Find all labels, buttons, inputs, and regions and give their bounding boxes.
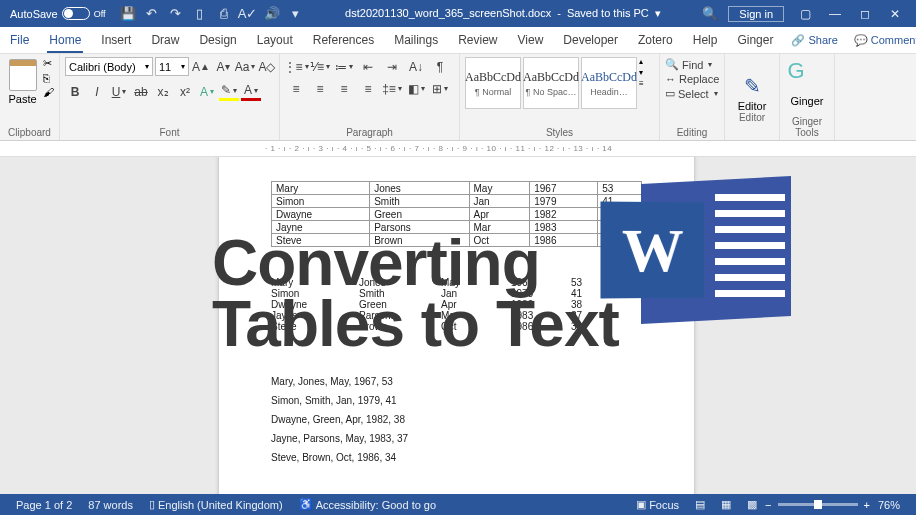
zoom-out-icon[interactable]: − bbox=[765, 499, 771, 511]
paste-button[interactable]: Paste bbox=[5, 57, 40, 105]
subscript-button[interactable]: x₂ bbox=[153, 82, 173, 101]
justify-icon[interactable]: ≡ bbox=[357, 79, 379, 98]
tab-file[interactable]: File bbox=[0, 27, 39, 53]
tab-developer[interactable]: Developer bbox=[553, 27, 628, 53]
sort-icon[interactable]: A↓ bbox=[405, 57, 427, 76]
increase-indent-icon[interactable]: ⇥ bbox=[381, 57, 403, 76]
language-status[interactable]: ▯ English (United Kingdom) bbox=[141, 498, 291, 511]
ruler[interactable]: · 1 · ı · 2 · ı · 3 · ı · 4 · ı · 5 · ı … bbox=[0, 141, 916, 157]
font-name-select[interactable]: Calibri (Body)▾ bbox=[65, 57, 153, 76]
clear-format-icon[interactable]: A◇ bbox=[257, 57, 277, 76]
autosave-toggle[interactable]: AutoSave Off bbox=[6, 7, 110, 20]
redo-icon[interactable]: ↷ bbox=[168, 6, 184, 22]
tab-ginger[interactable]: Ginger bbox=[727, 27, 783, 53]
format-painter-icon[interactable]: 🖌 bbox=[43, 86, 54, 98]
multilevel-icon[interactable]: ≔▾ bbox=[333, 57, 355, 76]
tab-insert[interactable]: Insert bbox=[91, 27, 141, 53]
minimize-icon[interactable]: — bbox=[820, 0, 850, 27]
comments-button[interactable]: 💬 Comments bbox=[846, 34, 916, 47]
tab-review[interactable]: Review bbox=[448, 27, 507, 53]
find-button[interactable]: 🔍 Find▾ bbox=[665, 57, 712, 72]
tab-draw[interactable]: Draw bbox=[141, 27, 189, 53]
quick-access-toolbar: 💾 ↶ ↷ ▯ ⎙ A✓ 🔊 ▾ bbox=[120, 6, 304, 22]
bold-button[interactable]: B bbox=[65, 82, 85, 101]
new-icon[interactable]: ▯ bbox=[192, 6, 208, 22]
align-right-icon[interactable]: ≡ bbox=[333, 79, 355, 98]
group-ginger: G Ginger Ginger Tools bbox=[780, 54, 835, 140]
word-count[interactable]: 87 words bbox=[80, 499, 141, 511]
change-case-icon[interactable]: Aa▾ bbox=[235, 57, 255, 76]
tab-design[interactable]: Design bbox=[189, 27, 246, 53]
table-row: SimonSmithJan197941 bbox=[272, 195, 642, 208]
ribbon-display-icon[interactable]: ▢ bbox=[790, 0, 820, 27]
shading-icon[interactable]: ◧▾ bbox=[405, 79, 427, 98]
page-count[interactable]: Page 1 of 2 bbox=[8, 499, 80, 511]
line-spacing-icon[interactable]: ‡≡▾ bbox=[381, 79, 403, 98]
font-color-icon[interactable]: A▾ bbox=[241, 82, 261, 101]
styles-more-icon[interactable]: ≡ bbox=[639, 79, 651, 88]
comma-separated-text[interactable]: Mary, Jones, May, 1967, 53 Simon, Smith,… bbox=[271, 372, 642, 467]
spell-icon[interactable]: A✓ bbox=[240, 6, 256, 22]
table-row: MaryJonesMay196753 bbox=[272, 182, 642, 195]
window-title: dst20201130_word_365_screenShot.docx-Sav… bbox=[304, 7, 703, 20]
font-size-select[interactable]: 11▾ bbox=[155, 57, 189, 76]
tab-home[interactable]: Home bbox=[39, 27, 91, 53]
group-styles: AaBbCcDd¶ Normal AaBbCcDd¶ No Spac… AaBb… bbox=[460, 54, 660, 140]
cut-icon[interactable]: ✂ bbox=[43, 57, 54, 70]
sign-in-button[interactable]: Sign in bbox=[728, 6, 784, 22]
status-bar: Page 1 of 2 87 words ▯ English (United K… bbox=[0, 494, 916, 515]
underline-button[interactable]: U▾ bbox=[109, 82, 129, 101]
tab-references[interactable]: References bbox=[303, 27, 384, 53]
focus-mode-button[interactable]: ▣ Focus bbox=[628, 498, 687, 511]
table-row: DwayneGreenApr198238 bbox=[272, 208, 642, 221]
styles-up-icon[interactable]: ▴ bbox=[639, 57, 651, 66]
tab-mailings[interactable]: Mailings bbox=[384, 27, 448, 53]
tab-zotero[interactable]: Zotero bbox=[628, 27, 683, 53]
ribbon-tabs: File Home Insert Draw Design Layout Refe… bbox=[0, 27, 916, 54]
decrease-indent-icon[interactable]: ⇤ bbox=[357, 57, 379, 76]
maximize-icon[interactable]: ◻ bbox=[850, 0, 880, 27]
copy-icon[interactable]: ⎘ bbox=[43, 72, 54, 84]
overlay-title: Converting Tables to Text bbox=[212, 233, 619, 355]
view-web-icon[interactable]: ▩ bbox=[739, 498, 765, 511]
close-icon[interactable]: ✕ bbox=[880, 0, 910, 27]
tab-help[interactable]: Help bbox=[683, 27, 728, 53]
show-marks-icon[interactable]: ¶ bbox=[429, 57, 451, 76]
numbering-icon[interactable]: ⅟≡▾ bbox=[309, 57, 331, 76]
save-icon[interactable]: 💾 bbox=[120, 6, 136, 22]
search-icon[interactable]: 🔍 bbox=[702, 6, 718, 22]
tab-view[interactable]: View bbox=[508, 27, 554, 53]
superscript-button[interactable]: x² bbox=[175, 82, 195, 101]
highlight-icon[interactable]: ✎▾ bbox=[219, 82, 239, 101]
readaloud-icon[interactable]: 🔊 bbox=[264, 6, 280, 22]
undo-icon[interactable]: ↶ bbox=[144, 6, 160, 22]
select-button[interactable]: ▭ Select▾ bbox=[665, 86, 718, 101]
borders-icon[interactable]: ⊞▾ bbox=[429, 79, 451, 98]
ginger-icon[interactable]: G bbox=[785, 60, 807, 82]
share-button[interactable]: 🔗 Share bbox=[783, 34, 845, 47]
replace-button[interactable]: ↔ Replace bbox=[665, 72, 719, 86]
print-icon[interactable]: ⎙ bbox=[216, 6, 232, 22]
align-left-icon[interactable]: ≡ bbox=[285, 79, 307, 98]
style-nospacing[interactable]: AaBbCcDd¶ No Spac… bbox=[523, 57, 579, 109]
text-effects-icon[interactable]: A▾ bbox=[197, 82, 217, 101]
strike-button[interactable]: ab bbox=[131, 82, 151, 101]
bullets-icon[interactable]: ⋮≡▾ bbox=[285, 57, 307, 76]
word-logo-icon: W bbox=[601, 172, 791, 327]
styles-down-icon[interactable]: ▾ bbox=[639, 68, 651, 77]
align-center-icon[interactable]: ≡ bbox=[309, 79, 331, 98]
editor-icon[interactable]: ✎ bbox=[741, 75, 763, 97]
grow-font-icon[interactable]: A▲ bbox=[191, 57, 211, 76]
toggle-icon bbox=[62, 7, 90, 20]
style-normal[interactable]: AaBbCcDd¶ Normal bbox=[465, 57, 521, 109]
view-read-icon[interactable]: ▦ bbox=[713, 498, 739, 511]
tab-layout[interactable]: Layout bbox=[247, 27, 303, 53]
view-print-icon[interactable]: ▤ bbox=[687, 498, 713, 511]
italic-button[interactable]: I bbox=[87, 82, 107, 101]
zoom-slider[interactable] bbox=[778, 503, 858, 506]
zoom-level[interactable]: 76% bbox=[870, 499, 908, 511]
style-heading[interactable]: AaBbCcDdHeadin… bbox=[581, 57, 637, 109]
shrink-font-icon[interactable]: A▾ bbox=[213, 57, 233, 76]
accessibility-status[interactable]: ♿ Accessibility: Good to go bbox=[291, 498, 444, 511]
qat-dropdown-icon[interactable]: ▾ bbox=[288, 6, 304, 22]
